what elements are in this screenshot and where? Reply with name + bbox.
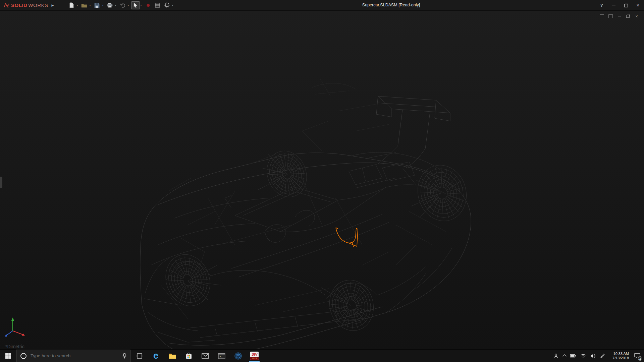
store-icon (185, 352, 192, 359)
titlebar: SOLIDWORKS ▶ ▾ ▾ ▾ (0, 0, 644, 11)
save-icon (94, 3, 100, 8)
file-explorer-icon (168, 353, 176, 359)
new-document-button[interactable] (67, 1, 76, 9)
restore-button[interactable] (620, 0, 632, 10)
app-icon-blue (234, 352, 242, 360)
taskbar-clock[interactable]: 10:33 AM 7/13/2018 (609, 352, 629, 360)
people-icon (553, 353, 559, 359)
properties-grid-icon (155, 3, 160, 8)
ds-logo-icon (3, 2, 10, 8)
doc-new-window-button[interactable] (599, 14, 604, 18)
task-view-icon (136, 353, 143, 359)
windows-logo-icon (5, 353, 11, 359)
edge-button[interactable]: e (148, 350, 164, 362)
start-button[interactable] (0, 350, 16, 362)
file-explorer-button[interactable] (164, 350, 180, 362)
doc-restore-icon (626, 15, 630, 18)
close-icon: × (637, 2, 640, 8)
new-document-icon (69, 2, 74, 8)
doc-split-pane-button[interactable] (608, 14, 613, 18)
solidworks-app-icon: SW 2017 (250, 352, 259, 360)
store-button[interactable] (180, 350, 197, 362)
solidworks-logo: SOLIDWORKS (3, 2, 48, 8)
doc-close-icon: × (635, 14, 638, 18)
notification-badge: 2 (638, 356, 642, 361)
save-button[interactable] (93, 1, 101, 9)
select-arrow-icon (133, 3, 138, 8)
taskbar: e (0, 349, 644, 362)
document-title: Supercar.SLDASM [Read-only] (362, 0, 420, 10)
people-button[interactable] (553, 353, 559, 359)
volume-button[interactable] (590, 354, 596, 358)
wireframe-car (0, 10, 644, 350)
menu-flyout-icon[interactable]: ▶ (52, 4, 54, 7)
task-view-button[interactable] (131, 350, 148, 362)
battery-button[interactable] (570, 354, 576, 358)
undo-button[interactable] (118, 1, 127, 9)
restore-icon (624, 4, 628, 7)
clock-time: 10:33 AM (609, 352, 629, 356)
new-dropdown-icon[interactable]: ▾ (76, 4, 78, 7)
save-dropdown-icon[interactable]: ▾ (102, 4, 103, 7)
options-button[interactable] (163, 1, 171, 9)
graphics-area[interactable]: × *Dimetric (0, 10, 644, 350)
command-prompt-button[interactable]: >_ (213, 350, 230, 362)
wifi-icon (580, 354, 586, 358)
open-folder-icon (81, 3, 87, 8)
minimize-icon (612, 5, 615, 5)
options-dropdown-icon[interactable]: ▾ (172, 4, 173, 7)
wheel-front-left (159, 248, 217, 312)
help-icon: ? (600, 3, 603, 8)
volume-icon (590, 354, 596, 358)
undo-dropdown-icon[interactable]: ▾ (128, 4, 129, 7)
search-input[interactable] (30, 353, 119, 359)
brand-works-text: WORKS (28, 2, 48, 8)
print-icon (107, 3, 113, 8)
record-button[interactable] (144, 1, 153, 9)
view-orientation-label: *Dimetric (5, 344, 24, 349)
action-center-button[interactable]: 2 (633, 352, 641, 360)
open-button[interactable] (80, 1, 89, 9)
system-tray: 10:33 AM 7/13/2018 2 (550, 350, 644, 362)
app-icon-blue-button[interactable] (230, 350, 246, 362)
split-pane-icon (608, 14, 613, 18)
undo-icon (120, 3, 125, 8)
cortana-icon (20, 353, 26, 359)
show-hidden-icons-button[interactable] (563, 354, 566, 358)
select-tool-button[interactable] (131, 1, 140, 9)
desktop: SOLIDWORKS ▶ ▾ ▾ ▾ (0, 0, 644, 362)
minimize-button[interactable] (608, 0, 620, 10)
solidworks-app-icon-year: 2017 (250, 357, 259, 360)
properties-button[interactable] (153, 1, 162, 9)
brand-solid-text: SOLID (11, 2, 27, 8)
window-controls: ? × (596, 0, 644, 10)
gear-icon (164, 2, 170, 8)
microphone-icon[interactable] (122, 353, 127, 359)
edge-icon: e (153, 351, 158, 360)
selected-component[interactable] (336, 228, 358, 247)
mail-button[interactable] (197, 350, 213, 362)
help-button[interactable]: ? (596, 0, 608, 10)
feature-manager-flyout-tab[interactable] (0, 177, 2, 188)
quick-access-toolbar: ▾ ▾ ▾ ▾ (67, 1, 174, 9)
select-dropdown-icon[interactable]: ▾ (141, 4, 142, 7)
chevron-up-icon (562, 354, 566, 358)
battery-icon (570, 354, 576, 358)
reference-triad (3, 317, 30, 338)
print-button[interactable] (105, 1, 114, 9)
open-dropdown-icon[interactable]: ▾ (89, 4, 91, 7)
command-prompt-icon: >_ (218, 353, 225, 359)
doc-minimize-icon (618, 16, 621, 16)
network-button[interactable] (580, 354, 586, 358)
close-button[interactable]: × (632, 0, 644, 10)
taskbar-apps: e (131, 350, 263, 362)
wheel-rear-left (324, 275, 379, 336)
doc-restore-button[interactable] (625, 14, 631, 18)
new-window-icon (600, 14, 604, 18)
doc-close-button[interactable]: × (634, 14, 639, 18)
doc-minimize-button[interactable] (616, 14, 622, 18)
print-dropdown-icon[interactable]: ▾ (115, 4, 116, 7)
taskbar-search[interactable] (16, 350, 130, 362)
windows-ink-button[interactable] (600, 353, 605, 358)
solidworks-taskbar-button[interactable]: SW 2017 (246, 350, 263, 362)
